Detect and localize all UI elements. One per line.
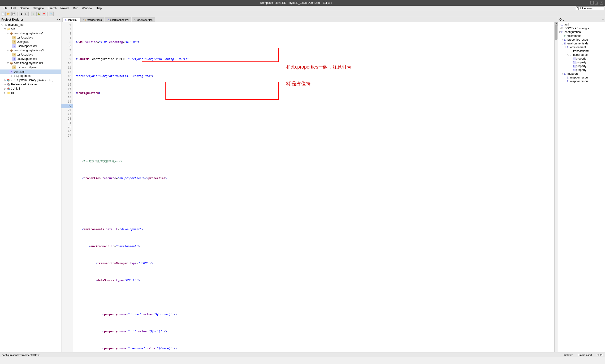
- pe-item-testuser-java[interactable]: J testUser.java: [0, 36, 61, 40]
- pe-item-sy3-testuser[interactable]: J testUser.java: [0, 52, 61, 57]
- pe-toggle[interactable]: ▷: [4, 88, 6, 90]
- pe-menu[interactable]: ▾: [59, 18, 60, 21]
- op-mapper-2[interactable]: E mapper resou: [558, 79, 605, 83]
- code-line-11: <environments default="development">: [75, 227, 553, 232]
- op-configuration[interactable]: ▽ E configuration: [558, 30, 605, 34]
- pe-item-sy3-mapper[interactable]: X userMapper.xml: [0, 57, 61, 61]
- pe-item-sy1[interactable]: ▽ 📦 com.zhang.mybatis.sy1: [0, 31, 61, 36]
- pe-toggle[interactable]: ▽: [7, 49, 9, 52]
- quick-access-input[interactable]: [576, 6, 604, 10]
- tab-usermapper-xml[interactable]: X userMapper.xml: [105, 17, 131, 22]
- pe-item-jre[interactable]: ▷ 📚 JRE System Library [JavaSE-1.8]: [0, 78, 61, 82]
- pe-item-sy3[interactable]: ▽ 📦 com.zhang.mybatis.sy3: [0, 48, 61, 52]
- toolbar-debug[interactable]: 🐛: [36, 12, 41, 16]
- minimize-button[interactable]: —: [590, 1, 594, 4]
- xml-icon: X: [12, 44, 16, 48]
- pe-item-mybatisutil[interactable]: J mybatisUtil.java: [0, 65, 61, 69]
- pe-toggle[interactable]: ▷: [4, 83, 6, 86]
- tab-label: userMapper.xml: [110, 18, 129, 21]
- op-mapper-1[interactable]: E mapper resou: [558, 76, 605, 79]
- op-properties[interactable]: ▷ E properties resou: [558, 38, 605, 42]
- pe-content[interactable]: ▽ 🗂 mybatis_test ▽ 📁 src ▽ 📦 com.zhang.m…: [0, 22, 61, 352]
- line-num: 2: [62, 27, 73, 32]
- menu-file[interactable]: File: [1, 6, 9, 10]
- java-icon: J: [12, 65, 16, 69]
- xml-tab-icon2: X: [107, 18, 109, 21]
- pe-toggle: [7, 70, 9, 73]
- code-content[interactable]: <?xml version="1.0" encoding="UTF-8"?> <…: [73, 22, 554, 352]
- toolbar-open[interactable]: 📂: [6, 12, 11, 16]
- tab-label: testUser.java: [87, 18, 102, 21]
- op-mappers[interactable]: ▷ E mappers: [558, 72, 605, 76]
- titlebar-title: workplace - Java EE - mybatis_test/src/c…: [2, 1, 590, 4]
- menu-search[interactable]: Search: [46, 6, 58, 10]
- pe-minimize[interactable]: ▾: [56, 18, 58, 21]
- op-datasource[interactable]: ▽ E dataSource: [558, 53, 605, 57]
- pe-label: mybatis_test: [8, 23, 24, 26]
- op-menu[interactable]: ▾: [602, 18, 604, 21]
- op-transactionmanager[interactable]: E transactionM: [558, 49, 605, 53]
- pe-item-user-java[interactable]: J User.java: [0, 40, 61, 44]
- op-property-4[interactable]: A property: [558, 68, 605, 72]
- op-xml[interactable]: ▷ X xml: [558, 23, 605, 26]
- line-num: 12: [62, 70, 73, 74]
- op-environments[interactable]: ▽ E environments de: [558, 42, 605, 45]
- tab-bar: X conf.xml * J testUser.java X userMappe…: [62, 17, 558, 22]
- toolbar-back[interactable]: ◀: [19, 12, 23, 16]
- pe-item-lib[interactable]: ▷ 📁 lib: [0, 91, 61, 95]
- pe-item-src[interactable]: ▽ 📁 src: [0, 27, 61, 31]
- menu-source[interactable]: Source: [18, 6, 31, 10]
- line-num: 3: [62, 32, 73, 36]
- pe-label: lib: [11, 91, 14, 94]
- toolbar-new[interactable]: 📄: [1, 12, 6, 16]
- tab-conf-xml[interactable]: X conf.xml: [62, 17, 80, 22]
- op-property-1[interactable]: A property: [558, 57, 605, 61]
- line-num: 26: [62, 130, 73, 134]
- pe-toggle[interactable]: ▷: [4, 79, 6, 81]
- java-icon: J: [12, 36, 16, 39]
- close-button[interactable]: ✕: [600, 1, 603, 4]
- pe-item-reflibrary[interactable]: ▷ 📚 Referenced Libraries: [0, 82, 61, 87]
- code-editor[interactable]: 1 2 3 4 5 6 7 8 9 10 11 12 13 14 15 16 1: [62, 22, 558, 352]
- toolbar-forward[interactable]: ▶: [24, 12, 29, 16]
- status-path: configuration/environments/#text: [2, 354, 559, 356]
- toolbar-save[interactable]: 💾: [11, 12, 16, 16]
- op-environment[interactable]: ▽ E environment i: [558, 45, 605, 49]
- menu-navigate[interactable]: Navigate: [31, 6, 46, 10]
- op-doctype[interactable]: ▷ D DOCTYPE:configur: [558, 26, 605, 30]
- pe-item-conf-xml[interactable]: X conf.xml: [0, 69, 61, 74]
- op-property-2[interactable]: A property: [558, 61, 605, 64]
- pe-item-util[interactable]: ▽ 📦 com.zhang.mybatis.util: [0, 61, 61, 65]
- pe-item-mybatis-test[interactable]: ▽ 🗂 mybatis_test: [0, 23, 61, 27]
- tab-testuser-java[interactable]: * J testUser.java: [80, 17, 105, 22]
- line-num: 17: [62, 91, 73, 95]
- toolbar-stop[interactable]: ■: [42, 12, 46, 16]
- xml-icon: X: [10, 70, 13, 74]
- menu-project[interactable]: Project: [58, 6, 71, 10]
- pe-toggle[interactable]: ▷: [4, 92, 6, 94]
- pe-toggle[interactable]: ▽: [7, 32, 9, 35]
- statusbar: configuration/environments/#text Writabl…: [0, 352, 605, 357]
- menu-help[interactable]: Help: [94, 6, 104, 10]
- menu-window[interactable]: Window: [80, 6, 94, 10]
- menu-run[interactable]: Run: [71, 6, 80, 10]
- project-icon: 🗂: [4, 23, 8, 27]
- pe-item-junit[interactable]: ▷ 📚 JUnit 4: [0, 87, 61, 91]
- toolbar-run[interactable]: ▶: [31, 12, 36, 16]
- vertical-scrollbar[interactable]: ▲ ▼: [554, 22, 558, 352]
- tab-db-properties[interactable]: ⚙ db.properties: [132, 17, 155, 22]
- op-comment[interactable]: # #comment: [558, 34, 605, 38]
- pe-item-db-properties[interactable]: ⚙ db.properties: [0, 74, 61, 78]
- pe-toggle[interactable]: ▽: [1, 24, 3, 26]
- pe-toggle[interactable]: ▽: [4, 28, 6, 30]
- op-content[interactable]: ▷ X xml ▷ D DOCTYPE:configur ▽ E configu…: [558, 22, 605, 352]
- maximize-button[interactable]: □: [595, 1, 598, 4]
- pe-toggle[interactable]: ▽: [7, 62, 9, 64]
- op-label: mappers: [567, 72, 579, 75]
- op-label: mapper resou: [570, 76, 588, 79]
- menu-edit[interactable]: Edit: [9, 6, 18, 10]
- pe-label: JUnit 4: [11, 87, 20, 90]
- pe-item-usermapper-xml[interactable]: X userMapper.xml: [0, 44, 61, 48]
- toolbar-search-btn[interactable]: 🔍: [49, 12, 54, 16]
- op-property-3[interactable]: A property: [558, 64, 605, 68]
